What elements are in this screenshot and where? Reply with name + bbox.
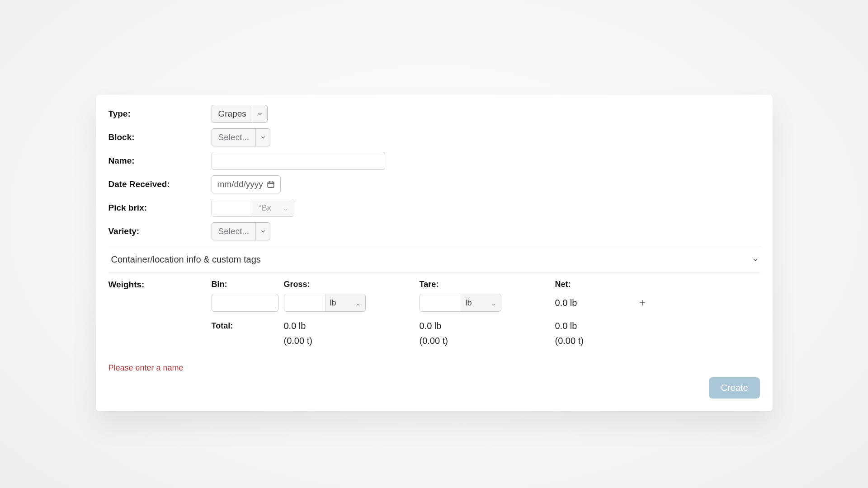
chevron-down-icon <box>253 105 267 122</box>
block-select-placeholder: Select... <box>212 129 256 146</box>
chevron-down-icon <box>355 300 361 305</box>
date-placeholder-text: mm/dd/yyyy <box>217 179 263 189</box>
tare-unit-select[interactable]: lb <box>461 294 501 311</box>
pick-brix-unit-select[interactable]: °Bx <box>253 199 294 216</box>
row-block: Block: Select... <box>108 128 760 146</box>
total-net: 0.0 lb <box>555 321 637 331</box>
total-gross-tons: (0.00 t) <box>284 336 420 346</box>
weights-header-row: Bin: Gross: Tare: Net: <box>212 280 760 289</box>
pick-brix-unit-text: °Bx <box>259 203 271 213</box>
weights-ton-row: (0.00 t) (0.00 t) (0.00 t) <box>212 336 760 346</box>
gross-input-group: lb <box>284 294 366 312</box>
label-weights: Weights: <box>108 280 212 346</box>
label-block: Block: <box>108 132 212 142</box>
total-tare: 0.0 lb <box>420 321 555 331</box>
label-variety: Variety: <box>108 226 212 236</box>
gross-unit-text: lb <box>330 298 336 308</box>
net-value: 0.0 lb <box>555 298 637 308</box>
header-gross: Gross: <box>284 280 420 289</box>
chevron-down-icon <box>752 256 759 263</box>
date-received-input[interactable]: mm/dd/yyyy <box>212 175 281 193</box>
create-button[interactable]: Create <box>709 377 760 399</box>
label-name: Name: <box>108 156 212 166</box>
row-date-received: Date Received: mm/dd/yyyy <box>108 175 760 193</box>
form-panel: Type: Grapes Block: Select... Name: Date… <box>96 95 773 411</box>
tare-input-group: lb <box>420 294 501 312</box>
type-select-value: Grapes <box>212 105 253 122</box>
tare-input[interactable] <box>420 294 461 312</box>
bin-input[interactable] <box>212 294 278 312</box>
svg-rect-0 <box>268 182 274 188</box>
type-select[interactable]: Grapes <box>212 105 268 123</box>
row-type: Type: Grapes <box>108 105 760 123</box>
name-input[interactable] <box>212 152 385 170</box>
row-variety: Variety: Select... <box>108 222 760 240</box>
label-type: Type: <box>108 109 212 119</box>
weights-total-row: Total: 0.0 lb 0.0 lb 0.0 lb <box>212 321 760 331</box>
block-select[interactable]: Select... <box>212 128 271 146</box>
label-date-received: Date Received: <box>108 179 212 189</box>
total-label: Total: <box>212 321 284 331</box>
accordion-title: Container/location info & custom tags <box>111 254 261 265</box>
tare-unit-text: lb <box>466 298 472 308</box>
section-divider: Container/location info & custom tags <box>108 246 760 272</box>
total-tare-tons: (0.00 t) <box>420 336 555 346</box>
variety-select-placeholder: Select... <box>212 223 256 240</box>
accordion-container-info[interactable]: Container/location info & custom tags <box>108 252 760 272</box>
total-gross: 0.0 lb <box>284 321 420 331</box>
header-tare: Tare: <box>420 280 555 289</box>
row-name: Name: <box>108 152 760 170</box>
footer-row: Create <box>108 377 760 399</box>
chevron-down-icon <box>255 223 270 240</box>
header-bin: Bin: <box>212 280 284 289</box>
chevron-down-icon <box>283 205 288 211</box>
header-net: Net: <box>555 280 637 289</box>
calendar-icon <box>267 180 275 188</box>
add-row-button[interactable] <box>637 297 648 309</box>
variety-select[interactable]: Select... <box>212 222 271 240</box>
chevron-down-icon <box>255 129 270 146</box>
validation-error: Please enter a name <box>108 363 760 373</box>
label-pick-brix: Pick brix: <box>108 203 212 213</box>
gross-unit-select[interactable]: lb <box>325 294 365 311</box>
pick-brix-input-group: °Bx <box>212 199 294 217</box>
gross-input[interactable] <box>284 294 325 312</box>
total-net-tons: (0.00 t) <box>555 336 637 346</box>
pick-brix-input[interactable] <box>212 199 253 217</box>
weights-grid: Bin: Gross: Tare: Net: lb <box>212 280 760 346</box>
weights-input-row: lb lb <box>212 294 760 312</box>
row-pick-brix: Pick brix: °Bx <box>108 199 760 217</box>
chevron-down-icon <box>491 300 496 305</box>
weights-section: Weights: Bin: Gross: Tare: Net: lb <box>108 272 760 346</box>
